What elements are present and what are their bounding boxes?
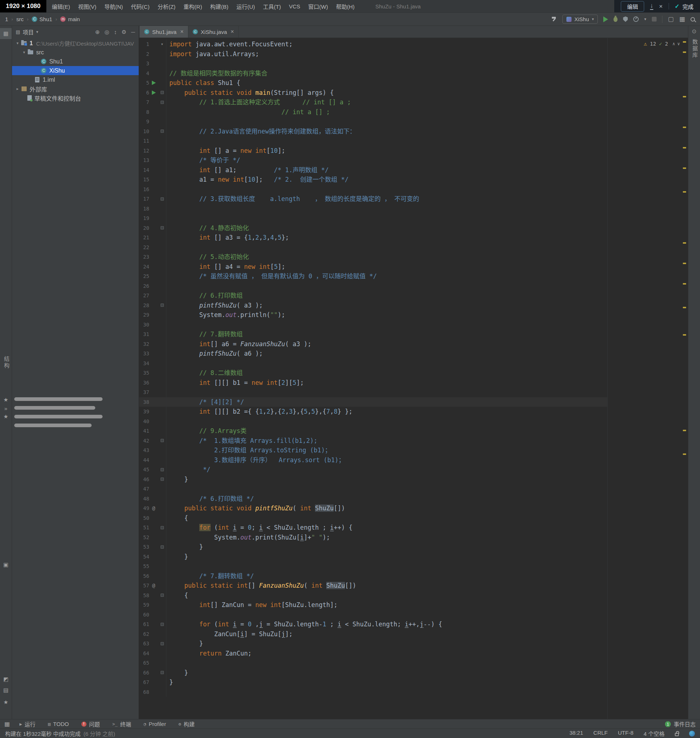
tree-item-external-libraries[interactable]: ▸外部库 — [12, 84, 139, 93]
code-line[interactable]: 15 a1 = new int[10]; /* 2. 创建一个数组 */ — [139, 175, 688, 185]
code-line[interactable]: 1▾import java.awt.event.FocusEvent; — [139, 40, 688, 49]
code-line[interactable]: 14 int [] a1; /* 1.声明数组 */ — [139, 165, 688, 175]
fold-marker-icon[interactable]: ▾ — [160, 40, 163, 49]
fold-marker-icon[interactable] — [160, 439, 164, 442]
menu-help[interactable]: 帮助(H) — [332, 0, 359, 12]
close-icon[interactable]: × — [180, 28, 184, 35]
menu-view[interactable]: 视图(V) — [74, 0, 100, 12]
toolwindow-button-profiler[interactable]: ◔Profiler — [143, 721, 166, 727]
run-icon[interactable] — [152, 91, 156, 95]
fold-marker-icon[interactable] — [160, 304, 164, 307]
code-line[interactable]: 47 — [139, 484, 688, 494]
fold-marker-icon[interactable] — [160, 226, 164, 229]
code-line[interactable]: 36 int [][] b1 = new int[2][5]; — [139, 378, 688, 388]
code-line[interactable]: 63 } — [139, 639, 688, 649]
lock-icon[interactable] — [675, 733, 679, 736]
tree-chevron-icon[interactable]: ▸ — [14, 87, 21, 91]
code-line[interactable]: 57@ public static int[] FanzuanShuZu( in… — [139, 581, 688, 591]
code-line[interactable]: 45 */ — [139, 465, 688, 475]
edit-button[interactable]: 编辑 — [621, 1, 644, 12]
bookmark-star-icon[interactable]: ★ — [0, 413, 12, 420]
code-line[interactable]: 17 // 3.获取数组长度 a.length ， 数组的长度是确定的 ， 不可… — [139, 194, 688, 204]
tree-chevron-icon[interactable]: ▾ — [21, 50, 27, 55]
code-line[interactable]: 61 for (int i = 0 ,j = ShuZu.length-1 ; … — [139, 619, 688, 629]
menu-edit[interactable]: 编辑(E) — [48, 0, 74, 12]
code-line[interactable]: 9 — [139, 117, 688, 126]
event-log-button[interactable]: 1 事件日志 — [665, 720, 696, 728]
code-line[interactable]: 43 2.打印数组 Arrays.toString (b1)； — [139, 445, 688, 455]
tree-item-src[interactable]: ▾src — [12, 48, 139, 57]
code-line[interactable]: 66 } — [139, 668, 688, 678]
toolwindow-button-run[interactable]: ▶运行 — [19, 720, 35, 728]
status-caret-position[interactable]: 38:21 — [569, 730, 583, 737]
coverage-button[interactable] — [623, 16, 628, 22]
code-line[interactable]: 18 — [139, 204, 688, 214]
tree-item-module-iml[interactable]: 1.iml — [12, 75, 139, 84]
code-line[interactable]: 30 — [139, 320, 688, 330]
settings-gear-icon[interactable]: ⚙ — [122, 29, 126, 35]
fold-marker-icon[interactable] — [160, 642, 164, 646]
run-button[interactable] — [603, 16, 608, 22]
code-line[interactable]: 13 /* 等价于 */ — [139, 156, 688, 165]
code-line[interactable]: 10 // 2.Java语言使用new操作符来创建数组，语法如下： — [139, 126, 688, 136]
stripe-star-icon[interactable]: ★ — [0, 699, 12, 706]
fold-marker-icon[interactable] — [160, 594, 164, 597]
code-line[interactable]: 49@ public static void pintfShuZu( int S… — [139, 503, 688, 513]
toolwindow-button-build[interactable]: ⚙构建 — [178, 720, 194, 728]
code-line[interactable]: 60 — [139, 610, 688, 620]
debug-button[interactable] — [613, 17, 618, 22]
code-editor[interactable]: 1▾import java.awt.event.FocusEvent;2impo… — [139, 38, 688, 719]
code-line[interactable]: 48 /* 6.打印数组 */ — [139, 494, 688, 504]
notification-icon[interactable]: ⊙ — [688, 28, 700, 35]
ide-status-icon[interactable] — [689, 731, 695, 737]
tab-shu1[interactable]: CShu1.java× — [140, 26, 188, 38]
code-line[interactable]: 50 { — [139, 513, 688, 523]
favorites-star-icon[interactable]: ★ — [0, 396, 12, 403]
code-line[interactable]: 4// 数组是相同类型数据的有序集合 — [139, 69, 688, 78]
build-hammer-icon[interactable] — [551, 16, 557, 22]
tree-chevron-icon[interactable]: ▾ — [14, 41, 21, 45]
code-line[interactable]: 38 /* [4][2] */ — [139, 397, 688, 407]
code-line[interactable]: 65 — [139, 658, 688, 668]
code-line[interactable]: 2import java.util.Arrays; — [139, 49, 688, 59]
toolwindow-stripe-button[interactable]: ◩ — [0, 676, 12, 682]
toolwindow-button-terminal[interactable]: >_终端 — [112, 720, 131, 728]
menu-window[interactable]: 窗口(W) — [304, 0, 332, 12]
menu-tools[interactable]: 工具(T) — [259, 0, 285, 12]
code-line[interactable]: 32 int[] a6 = FanzuanShuZu( a3 ); — [139, 339, 688, 349]
code-line[interactable]: 12 int [] a = new int[10]; — [139, 146, 688, 156]
code-line[interactable]: 7 // 1.首选上面这种定义方式 // int [] a ; — [139, 97, 688, 107]
code-line[interactable]: 56 /* 7.翻转数组 */ — [139, 571, 688, 581]
code-line[interactable]: 68 — [139, 687, 688, 697]
code-line[interactable]: 40 — [139, 417, 688, 427]
run-options-chevron-icon[interactable]: ▾ — [644, 17, 646, 22]
locate-file-icon[interactable]: ◎ — [104, 29, 109, 35]
menu-refactor[interactable]: 重构(R) — [179, 0, 206, 12]
project-panel-title[interactable]: ▤ 项目 ▾ — [16, 28, 38, 36]
code-line[interactable]: 6 public static void main(String[] args)… — [139, 88, 688, 98]
search-icon[interactable] — [691, 17, 695, 22]
toolwindow-stripe-button[interactable]: ▣ — [0, 562, 12, 568]
structure-toolwindow-button[interactable]: 结构 — [3, 356, 10, 369]
code-line[interactable]: 20 // 4.静态初始化 — [139, 223, 688, 233]
breadcrumb-item-method-main[interactable]: mmain — [60, 16, 80, 22]
menu-vcs[interactable]: VCS — [285, 0, 304, 12]
code-line[interactable]: 8 // int a [] ; — [139, 107, 688, 117]
menu-navigate[interactable]: 导航(N) — [100, 0, 127, 12]
layout-icon[interactable]: ▦ — [679, 16, 685, 22]
code-line[interactable]: 25 /* 虽然没有赋值 ， 但是有默认值为 0 ，可以随时给赋值 */ — [139, 271, 688, 281]
hide-windows-icon[interactable]: ▢ — [668, 16, 674, 22]
code-line[interactable]: 31 // 7.翻转数组 — [139, 329, 688, 339]
code-line[interactable]: 26 — [139, 281, 688, 291]
fold-marker-icon[interactable] — [160, 197, 164, 201]
status-line-separator[interactable]: CRLF — [593, 730, 608, 737]
fold-marker-icon[interactable] — [160, 623, 164, 626]
status-indent[interactable]: 4 个空格 — [643, 730, 665, 737]
code-line[interactable]: 54 } — [139, 552, 688, 562]
run-icon[interactable] — [152, 81, 156, 85]
code-line[interactable]: 3 — [139, 59, 688, 69]
code-line[interactable]: 64 return ZanCun; — [139, 649, 688, 659]
tree-item-root[interactable]: ▾1C:\Users\方健红\Desktop\SUANGTI\JAV — [12, 39, 139, 48]
code-line[interactable]: 19 — [139, 213, 688, 223]
profiler-button[interactable] — [633, 16, 639, 22]
